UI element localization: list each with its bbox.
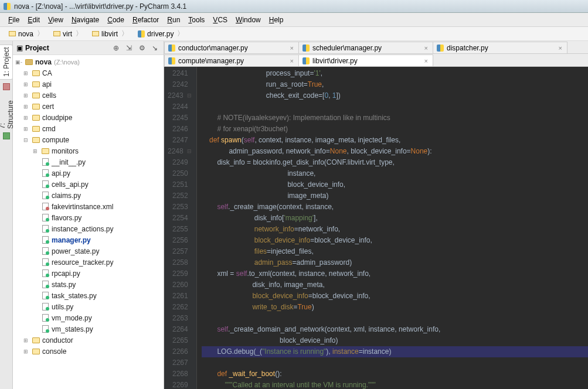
close-icon[interactable]: × <box>290 57 294 64</box>
menu-run[interactable]: Run <box>164 15 183 25</box>
close-icon[interactable]: × <box>424 57 428 64</box>
tree-item[interactable]: vm_mode.py <box>15 312 164 323</box>
tree-item[interactable]: ⊞api <box>15 79 164 90</box>
app-icon <box>2 2 12 11</box>
sidebar-tab-structure[interactable]: 7: Structure <box>0 94 13 129</box>
tree-item[interactable]: fakevirtinstance.xml <box>15 201 164 212</box>
tree-item[interactable]: flavors.py <box>15 212 164 223</box>
menu-refactor[interactable]: Refactor <box>129 15 162 25</box>
menu-edit[interactable]: Edit <box>24 15 43 25</box>
breadcrumb-item[interactable]: virt〉 <box>49 28 88 40</box>
tree-item[interactable]: task_states.py <box>15 290 164 301</box>
hide-icon[interactable]: ↘ <box>149 43 160 53</box>
menu-vcs[interactable]: VCS <box>209 15 231 25</box>
menu-window[interactable]: Window <box>232 15 264 25</box>
python-icon <box>437 45 444 52</box>
tree-item[interactable]: rpcapi.py <box>15 268 164 279</box>
tree-item[interactable]: resource_tracker.py <box>15 257 164 268</box>
menu-view[interactable]: View <box>45 15 67 25</box>
close-icon[interactable]: × <box>424 45 428 52</box>
tree-item[interactable]: instance_actions.py <box>15 223 164 234</box>
menu-file[interactable]: File <box>5 15 23 25</box>
editor-tab[interactable]: conductor\manager.py× <box>164 42 299 53</box>
tree-item[interactable]: api.py <box>15 168 164 179</box>
tree-item[interactable]: ⊞conductor <box>15 335 164 346</box>
tree-item[interactable]: ⊞cmd <box>15 123 164 134</box>
tree-item[interactable]: manager.py <box>15 234 164 245</box>
editor-tab[interactable]: dispatcher.py× <box>433 42 567 53</box>
project-panel: ▣ Project ⊕ ⇲ ⚙ ↘ ▣-nova(Z:\nova)⊞CA⊞api… <box>13 41 164 389</box>
python-icon <box>303 45 310 52</box>
window-titlebar: nova - [Z:\nova] - ...\virt\libvirt\driv… <box>0 0 588 13</box>
tool-window-strip: 1: Project 7: Structure <box>0 41 13 389</box>
breadcrumb-item[interactable]: libvirt〉 <box>88 28 134 40</box>
menu-code[interactable]: Code <box>104 15 128 25</box>
tree-item[interactable]: __init__.py <box>15 156 164 168</box>
tree-item[interactable]: power_state.py <box>15 245 164 257</box>
folder-icon: ▣ <box>16 44 23 52</box>
menu-help[interactable]: Help <box>266 15 287 25</box>
tree-item[interactable]: ⊞console <box>15 346 164 357</box>
menu-bar: FileEditViewNavigateCodeRefactorRunTools… <box>0 13 588 27</box>
tool-icon[interactable] <box>3 132 10 139</box>
tree-item[interactable]: ⊟compute <box>15 134 164 145</box>
collapse-icon[interactable]: ⇲ <box>124 43 134 53</box>
tree-item[interactable]: ⊞cert <box>15 101 164 112</box>
tree-item[interactable]: stats.py <box>15 279 164 290</box>
tool-icon[interactable] <box>3 83 10 90</box>
editor-tab[interactable]: scheduler\manager.py× <box>298 42 433 53</box>
project-tree[interactable]: ▣-nova(Z:\nova)⊞CA⊞api⊞cells⊞cert⊞cloudp… <box>13 55 164 389</box>
editor-area: conductor\manager.py×scheduler\manager.p… <box>164 41 588 389</box>
gear-icon[interactable]: ⚙ <box>137 43 147 53</box>
tree-item[interactable]: claims.py <box>15 190 164 201</box>
breadcrumb-item[interactable]: driver.py〉 <box>134 28 189 40</box>
tree-item[interactable]: ⊞CA <box>15 67 164 79</box>
close-icon[interactable]: × <box>559 45 562 52</box>
python-icon <box>303 57 310 64</box>
menu-tools[interactable]: Tools <box>185 15 208 25</box>
tree-item[interactable]: ⊞monitors <box>15 145 164 156</box>
tree-root[interactable]: ▣-nova(Z:\nova) <box>15 56 164 67</box>
tree-item[interactable]: vm_states.py <box>15 323 164 335</box>
panel-title: Project <box>25 44 108 52</box>
editor-gutter[interactable]: 2241 2242 2243⊟2244 2245 2246 2247 2248⊟… <box>164 67 197 389</box>
sidebar-tab-project[interactable]: 1: Project <box>0 45 13 80</box>
tree-item[interactable]: cells_api.py <box>15 179 164 190</box>
breadcrumb-item[interactable]: nova〉 <box>5 28 49 40</box>
breadcrumb-bar: nova〉 virt〉 libvirt〉 driver.py〉 <box>0 27 588 41</box>
locate-icon[interactable]: ⊕ <box>111 43 121 53</box>
tree-item[interactable]: utils.py <box>15 301 164 312</box>
code-editor[interactable]: 2241 2242 2243⊟2244 2245 2246 2247 2248⊟… <box>164 67 588 389</box>
editor-tab[interactable]: libvirt\driver.py× <box>298 54 433 66</box>
close-icon[interactable]: × <box>290 45 294 52</box>
editor-tab-row-1: conductor\manager.py×scheduler\manager.p… <box>164 41 588 54</box>
project-panel-header: ▣ Project ⊕ ⇲ ⚙ ↘ <box>13 41 164 55</box>
python-icon <box>168 45 175 52</box>
window-title: nova - [Z:\nova] - ...\virt\libvirt\driv… <box>14 2 186 11</box>
menu-navigate[interactable]: Navigate <box>68 15 103 25</box>
editor-tab[interactable]: compute\manager.py× <box>164 54 299 66</box>
tree-item[interactable]: ⊞cells <box>15 90 164 101</box>
tree-item[interactable]: ⊞cloudpipe <box>15 112 164 123</box>
editor-lines[interactable]: process_input='1', run_as_root=True, che… <box>197 67 588 389</box>
python-icon <box>168 57 175 64</box>
editor-tab-row-2: compute\manager.py×libvirt\driver.py× <box>164 54 588 67</box>
